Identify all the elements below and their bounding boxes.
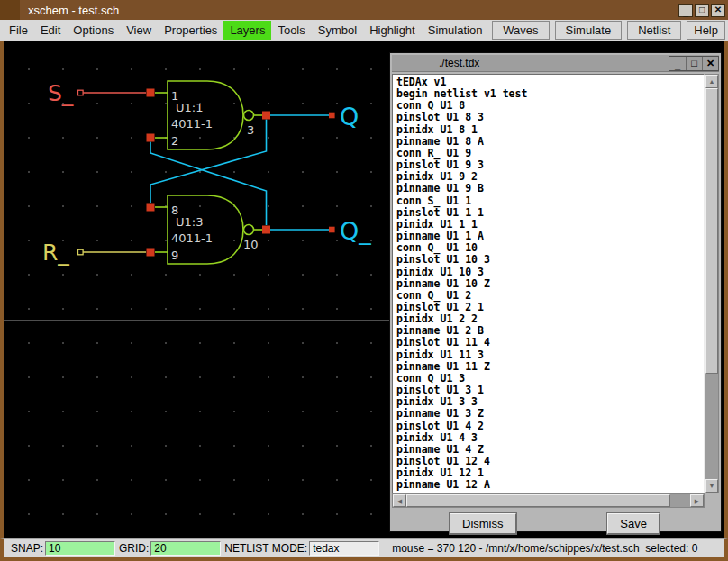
help-button[interactable]: Help	[687, 21, 725, 40]
nand-gate-top[interactable]: 1 U1:1 4011-1 2 3	[155, 81, 262, 149]
net-label-qnot[interactable]: Q_	[340, 217, 371, 245]
dialog-minimize-button[interactable]: _	[669, 57, 686, 70]
maximize-button[interactable]: □	[695, 4, 709, 17]
menu-layers[interactable]: Layers	[223, 21, 271, 40]
nand-gate-bottom[interactable]: 8 U1:3 4011-1 9 10	[155, 195, 262, 264]
scroll-down-icon[interactable]: ▼	[705, 479, 718, 493]
net-label-q[interactable]: Q	[340, 103, 359, 131]
wire-endpoint-square	[78, 90, 84, 95]
dialog-title: ./test.tdx	[392, 57, 669, 69]
netlist-button[interactable]: Netlist	[627, 21, 681, 40]
close-icon: ✕	[706, 59, 714, 68]
gate-type-top: 4011-1	[171, 117, 213, 131]
wire-set-input[interactable]	[78, 90, 147, 95]
netlist-mode-input[interactable]	[309, 541, 379, 556]
gate-ref-bottom: U1:3	[176, 215, 203, 229]
simulate-button[interactable]: Simulate	[555, 21, 623, 40]
maximize-icon: □	[699, 5, 705, 14]
gate-ref-top: U1:1	[176, 101, 203, 114]
window-title: xschem - test.sch	[28, 4, 678, 17]
menu-view[interactable]: View	[120, 21, 158, 40]
menubar: File Edit Options View Properties Layers…	[0, 20, 728, 41]
waves-button[interactable]: Waves	[492, 21, 549, 40]
maximize-icon: □	[691, 59, 697, 68]
main-area: 1 U1:1 4011-1 2 3 8 U1:3 4011-1 9	[0, 41, 728, 538]
minimize-icon: _	[683, 8, 688, 17]
scrollbar-corner	[705, 493, 719, 508]
pin-number-3: 3	[247, 123, 254, 137]
pin-number-10: 10	[243, 238, 259, 251]
net-label-set[interactable]: S_	[48, 80, 74, 106]
dialog-close-button[interactable]: ✕	[702, 57, 718, 70]
snap-input[interactable]	[45, 541, 115, 556]
menu-symbol[interactable]: Symbol	[312, 21, 363, 40]
vertical-scrollbar[interactable]: ▲ ▼	[705, 74, 719, 493]
inverter-bubble-bottom	[244, 225, 254, 235]
minimize-button[interactable]: _	[678, 4, 693, 17]
net-label-reset[interactable]: R_	[42, 240, 69, 266]
grid-input[interactable]	[150, 541, 221, 556]
scroll-right-icon[interactable]: ▶	[690, 494, 704, 507]
window-menu-button[interactable]	[0, 0, 20, 20]
menu-options[interactable]: Options	[67, 21, 120, 40]
scroll-up-icon[interactable]: ▲	[705, 75, 718, 88]
menu-properties[interactable]: Properties	[158, 21, 223, 40]
snap-label: SNAP:	[11, 542, 43, 555]
netlist-mode-label: NETLIST MODE:	[224, 542, 307, 555]
wire-reset-input[interactable]	[78, 249, 147, 255]
gate-type-bottom: 4011-1	[171, 231, 213, 245]
netlist-text-area[interactable]: tEDAx v1 begin netlist v1 test conn Q U1…	[392, 74, 705, 493]
pin-number-9: 9	[171, 249, 178, 262]
vertical-scroll-track[interactable]	[705, 88, 718, 479]
horizontal-scroll-thumb[interactable]	[406, 494, 670, 507]
save-button[interactable]: Save	[607, 513, 660, 534]
menu-tools[interactable]: Tools	[271, 21, 311, 40]
close-button[interactable]: ✕	[711, 4, 725, 17]
window-titlebar: xschem - test.sch _ □ ✕	[0, 0, 728, 20]
xschem-window: xschem - test.sch _ □ ✕ File Edit Option…	[0, 0, 728, 561]
mouse-status-text: mouse = 370 120 - /mnt/x/home/schippes/x…	[392, 542, 697, 555]
minimize-icon: _	[675, 60, 680, 70]
pin-number-2: 2	[171, 134, 178, 148]
horizontal-scroll-track[interactable]	[406, 494, 690, 507]
inverter-bubble-top	[244, 111, 254, 121]
dismiss-button[interactable]: Dismiss	[450, 513, 516, 534]
statusbar: SNAP: GRID: NETLIST MODE: mouse = 370 12…	[0, 538, 728, 557]
wire-endpoint-square	[78, 249, 84, 255]
menu-highlight[interactable]: Highlight	[363, 21, 422, 40]
netlist-dialog: ./test.tdx _ □ ✕ tEDAx v1 begin netlist …	[389, 52, 722, 532]
close-icon: ✕	[714, 5, 722, 14]
horizontal-scrollbar[interactable]: ◀ ▶	[392, 493, 705, 508]
dialog-titlebar: ./test.tdx _ □ ✕	[392, 55, 719, 72]
scroll-left-icon[interactable]: ◀	[393, 494, 406, 507]
window-bottom-border	[0, 557, 728, 561]
menu-simulation[interactable]: Simulation	[422, 21, 489, 40]
grid-label: GRID:	[119, 542, 149, 555]
menu-file[interactable]: File	[3, 21, 34, 40]
dialog-maximize-button[interactable]: □	[686, 57, 702, 70]
vertical-scroll-thumb[interactable]	[705, 88, 718, 374]
menu-edit[interactable]: Edit	[34, 21, 67, 40]
